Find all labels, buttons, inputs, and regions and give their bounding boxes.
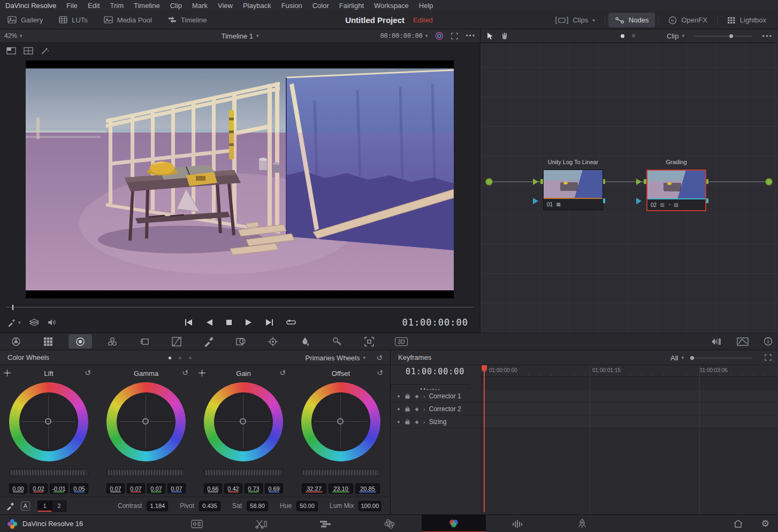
expand-track-chevron[interactable]: › xyxy=(423,406,425,412)
scopes-icon[interactable] xyxy=(737,337,749,346)
curves-icon[interactable] xyxy=(165,334,188,349)
menu-clip[interactable]: Clip xyxy=(170,2,182,10)
blur-icon[interactable] xyxy=(293,334,317,349)
menu-playback[interactable]: Playback xyxy=(243,2,271,10)
menu-mark[interactable]: Mark xyxy=(192,2,208,10)
menu-edit[interactable]: Edit xyxy=(88,2,100,10)
expand-track-chevron[interactable]: › xyxy=(423,419,425,425)
expand-track-chevron[interactable]: › xyxy=(423,393,425,399)
cut-page-tab[interactable] xyxy=(229,515,293,532)
offset-master-slider[interactable] xyxy=(301,469,380,476)
lock-icon[interactable] xyxy=(405,419,410,425)
color-page-tab[interactable] xyxy=(422,515,486,532)
menu-workspace[interactable]: Workspace xyxy=(374,2,409,10)
reset-all-icon[interactable]: ↺ xyxy=(376,350,383,365)
node-zoom-thumb[interactable] xyxy=(729,34,733,38)
pan-tool-icon[interactable] xyxy=(501,32,508,40)
offset-wheel[interactable] xyxy=(301,382,380,461)
grid-view-icon[interactable] xyxy=(24,47,33,55)
track-row-corrector1[interactable]: ● ◆ › Corrector 1 xyxy=(391,390,778,403)
offset-r-value[interactable]: 32.27 xyxy=(302,483,326,494)
enable-dot-icon[interactable]: ● xyxy=(396,406,401,412)
keyframe-diamond-icon[interactable]: ◆ xyxy=(414,394,419,399)
sat-value[interactable]: 58.80 xyxy=(247,501,268,511)
enable-dot-icon[interactable]: ● xyxy=(396,394,401,399)
keyframe-diamond-icon[interactable]: ◆ xyxy=(414,406,419,412)
menu-fairlight[interactable]: Fairlight xyxy=(339,2,364,10)
lift-r-value[interactable]: 0.02 xyxy=(29,483,48,494)
track-row-sizing[interactable]: ● ◆ › Sizing xyxy=(391,415,778,428)
skip-back-button[interactable] xyxy=(185,319,193,326)
gain-r-value[interactable]: 0.42 xyxy=(224,483,242,494)
info-icon[interactable] xyxy=(764,337,773,346)
node-view-dot-active[interactable] xyxy=(621,34,624,38)
video-preview[interactable] xyxy=(26,60,454,298)
more-options-icon[interactable]: ••• xyxy=(466,32,476,40)
fairlight-page-tab[interactable] xyxy=(486,515,550,532)
color-match-icon[interactable] xyxy=(36,334,60,349)
nodes-button[interactable]: Nodes xyxy=(608,13,655,27)
project-home-icon[interactable] xyxy=(733,519,743,528)
chevron-down-icon[interactable]: ▾ xyxy=(682,33,684,38)
gain-y-value[interactable]: 0.66 xyxy=(204,483,222,494)
offset-reset-icon[interactable]: ↺ xyxy=(377,368,383,377)
shot-match-icon[interactable] xyxy=(710,337,722,346)
keyframes-playhead[interactable] xyxy=(484,365,485,512)
qualifier-icon[interactable] xyxy=(197,334,220,349)
camera-raw-icon[interactable] xyxy=(4,334,28,349)
menu-timeline[interactable]: Timeline xyxy=(134,2,160,10)
power-windows-icon[interactable] xyxy=(229,334,253,349)
lift-target-icon[interactable] xyxy=(3,369,11,377)
wheel-tab-2[interactable]: 2 xyxy=(52,500,66,512)
pointer-tool-icon[interactable] xyxy=(487,32,493,40)
node-more-options-icon[interactable]: ••• xyxy=(762,32,773,40)
keyframe-diamond-icon[interactable]: ◆ xyxy=(414,419,419,425)
play-reverse-button[interactable] xyxy=(206,319,213,326)
media-pool-button[interactable]: Media Pool xyxy=(104,11,152,29)
lock-icon[interactable] xyxy=(405,406,410,412)
menu-trim[interactable]: Trim xyxy=(110,2,124,10)
node-zoom-slider[interactable] xyxy=(694,36,752,36)
menu-fusion[interactable]: Fusion xyxy=(281,2,302,10)
gain-target-icon[interactable] xyxy=(198,369,206,377)
stop-button[interactable] xyxy=(226,319,232,326)
luts-button[interactable]: LUTs xyxy=(59,11,88,29)
deliver-page-tab[interactable] xyxy=(550,515,614,532)
enable-dot-icon[interactable]: ● xyxy=(396,419,401,425)
clip-timecode[interactable]: 00:00:00:00 xyxy=(380,32,422,40)
menu-file[interactable]: File xyxy=(66,2,78,10)
gain-master-slider[interactable] xyxy=(204,469,283,476)
motion-effects-icon[interactable] xyxy=(133,334,156,349)
pivot-value[interactable]: 0.435 xyxy=(199,501,220,511)
timeline-selector[interactable]: Timeline 1 xyxy=(221,32,253,40)
gallery-button[interactable]: Gallery xyxy=(7,11,43,29)
lift-g-value[interactable]: -0.01 xyxy=(50,483,68,494)
enhanced-viewer-icon[interactable] xyxy=(41,47,49,55)
offset-g-value[interactable]: 23.10 xyxy=(329,483,353,494)
wheel-tab-1[interactable]: 1 xyxy=(37,500,52,512)
node-graph-canvas[interactable]: Unity Log To Linear Grading 01 ▦ 02 ▥ ◔ … xyxy=(480,43,778,333)
app-menu[interactable]: DaVinci Resolve xyxy=(5,2,56,10)
loop-button[interactable] xyxy=(286,319,296,326)
offset-wheel-puck[interactable] xyxy=(337,418,344,425)
node-mode-selector[interactable]: Clip xyxy=(667,32,678,40)
openfx-button[interactable]: fx OpenFX xyxy=(662,11,713,29)
timeline-button[interactable]: Timeline xyxy=(168,11,207,29)
menu-help[interactable]: Help xyxy=(419,2,433,10)
clips-button[interactable]: Clips ▾ xyxy=(549,11,601,29)
skip-forward-button[interactable] xyxy=(265,319,273,326)
split-screen-icon[interactable] xyxy=(6,47,16,55)
scrub-playhead[interactable] xyxy=(12,305,13,310)
gain-b-value[interactable]: 0.69 xyxy=(265,483,283,494)
auto-balance-button[interactable]: A xyxy=(21,502,30,511)
rgb-mixer-icon[interactable] xyxy=(101,334,124,349)
gamma-y-value[interactable]: 0.07 xyxy=(106,483,125,494)
stereo-3d-icon[interactable]: 3D xyxy=(390,334,413,349)
tracker-icon[interactable] xyxy=(261,334,285,349)
node-view-dot[interactable] xyxy=(632,34,635,37)
gain-reset-icon[interactable]: ↺ xyxy=(279,368,286,377)
chevron-down-icon[interactable]: ▾ xyxy=(425,33,428,38)
node-1[interactable]: 01 ▦ xyxy=(543,169,603,210)
chevron-down-icon[interactable]: ▾ xyxy=(256,33,259,38)
lift-wheel[interactable] xyxy=(9,382,88,461)
